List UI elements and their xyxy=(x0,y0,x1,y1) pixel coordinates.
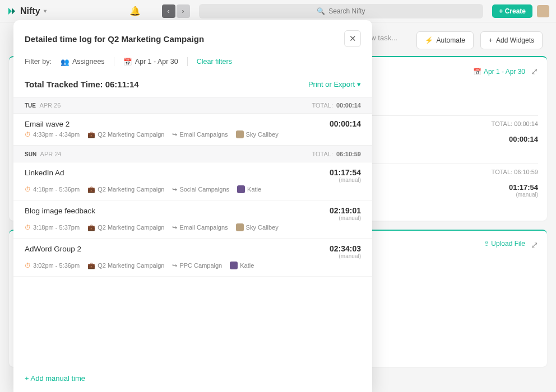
chevron-down-icon: ▾ xyxy=(357,80,361,88)
briefcase-icon: 💼 xyxy=(87,224,95,231)
expand-icon[interactable]: ⤢ xyxy=(531,240,538,250)
close-icon: ✕ xyxy=(349,34,356,44)
user-avatar[interactable] xyxy=(537,5,549,17)
search-placeholder: Search Nifty xyxy=(328,7,365,15)
time-entry[interactable]: Email wave 2 00:00:14 ⏱4:33pm - 4:34pm 💼… xyxy=(13,114,372,146)
brand-name: Nifty xyxy=(20,6,40,16)
export-button[interactable]: Print or Export▾ xyxy=(308,80,361,88)
date-range-picker[interactable]: 📅Apr 1 - Apr 30 xyxy=(473,68,525,76)
entry-duration: 00:00:14 xyxy=(330,119,361,128)
add-widgets-button[interactable]: +Add Widgets xyxy=(480,31,543,49)
clock-icon: ⏱ xyxy=(25,262,31,269)
nav-back-button[interactable]: ‹ xyxy=(162,4,175,18)
briefcase-icon: 💼 xyxy=(87,131,95,138)
close-button[interactable]: ✕ xyxy=(344,30,361,47)
arrow-icon: ↪ xyxy=(172,262,177,269)
entry-duration: 02:19:01 xyxy=(330,206,361,215)
manual-badge: (manual) xyxy=(330,215,361,221)
arrow-icon: ↪ xyxy=(172,224,177,231)
automate-button[interactable]: ⚡Automate xyxy=(416,31,474,49)
date-filter[interactable]: 📅Apr 1 - Apr 30 xyxy=(123,58,178,66)
entry-name: LinkedIn Ad xyxy=(25,169,64,177)
nav-forward-button[interactable]: › xyxy=(177,4,190,18)
total-tracked-time: Total Tracked Time: 06:11:14 xyxy=(25,80,139,89)
lightning-icon: ⚡ xyxy=(425,36,433,44)
assignees-filter[interactable]: 👥Assignees xyxy=(61,58,105,66)
clock-icon: ⏱ xyxy=(25,186,31,193)
entry-name: AdWord Group 2 xyxy=(25,245,81,253)
manual-badge: (manual) xyxy=(330,177,361,183)
briefcase-icon: 💼 xyxy=(87,186,95,193)
time-entry[interactable]: LinkedIn Ad 01:17:54 (manual) ⏱4:18pm - … xyxy=(13,162,372,200)
entry-name: Email wave 2 xyxy=(25,120,70,128)
arrow-icon: ↪ xyxy=(172,131,177,138)
create-button[interactable]: + Create xyxy=(492,4,532,18)
search-input[interactable]: 🔍 Search Nifty xyxy=(199,4,484,18)
search-icon: 🔍 xyxy=(317,7,325,15)
add-manual-time-button[interactable]: + Add manual time xyxy=(25,374,85,382)
modal-title: Detailed time log for Q2 Marketing Campa… xyxy=(25,34,204,44)
calendar-icon: 📅 xyxy=(473,68,481,76)
briefcase-icon: 💼 xyxy=(87,262,95,269)
user-avatar-icon xyxy=(236,223,244,231)
filter-label: Filter by: xyxy=(25,58,52,66)
manual-badge: (manual) xyxy=(330,253,361,259)
time-entry[interactable]: AdWord Group 2 02:34:03 (manual) ⏱3:02pm… xyxy=(13,239,372,277)
plus-icon: + xyxy=(489,36,493,44)
calendar-icon: 📅 xyxy=(123,58,132,66)
user-avatar-icon xyxy=(237,185,245,193)
user-avatar-icon xyxy=(236,130,244,138)
user-avatar-icon xyxy=(230,262,238,269)
arrow-icon: ↪ xyxy=(172,186,177,193)
bell-icon[interactable]: 🔔 xyxy=(129,6,141,16)
entry-duration: 02:34:03 xyxy=(330,244,361,253)
brand[interactable]: Nifty ▾ xyxy=(7,6,47,16)
upload-file-button[interactable]: ⇪ Upload File xyxy=(484,240,525,250)
brand-logo-icon xyxy=(7,6,17,16)
clear-filters-button[interactable]: Clear filters xyxy=(197,58,232,66)
plus-icon: + xyxy=(499,7,504,15)
entry-duration: 01:17:54 xyxy=(330,168,361,177)
time-log-modal: Detailed time log for Q2 Marketing Campa… xyxy=(13,20,372,392)
clock-icon: ⏱ xyxy=(25,224,31,231)
expand-icon[interactable]: ⤢ xyxy=(531,66,538,77)
chevron-down-icon: ▾ xyxy=(44,8,47,14)
time-entry[interactable]: Blog image feedback 02:19:01 (manual) ⏱3… xyxy=(13,200,372,239)
entry-name: Blog image feedback xyxy=(25,207,95,215)
people-icon: 👥 xyxy=(61,58,70,66)
clock-icon: ⏱ xyxy=(25,131,31,138)
